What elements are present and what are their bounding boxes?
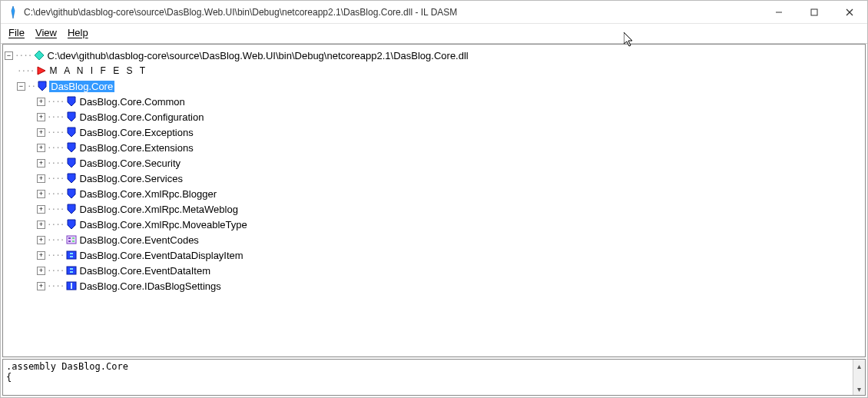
tree-root-label: C:\dev\github\dasblog-core\source\DasBlo…	[46, 50, 470, 61]
tree-root[interactable]: − ···· C:\dev\github\dasblog-core\source…	[5, 48, 863, 63]
svg-rect-16	[71, 283, 72, 289]
tree-item[interactable]: +····DasBlog.Core.Exceptions	[5, 124, 863, 140]
scroll-down-icon[interactable]: ▾	[853, 383, 865, 395]
expander-icon[interactable]: −	[17, 82, 25, 91]
tree-item[interactable]: +····DasBlog.Core.EventDataItem	[5, 263, 863, 278]
menu-file[interactable]: File	[8, 27, 25, 38]
shield-icon	[66, 96, 77, 107]
manifest-label: M A N I F E S T	[48, 65, 149, 76]
tree-item[interactable]: +····DasBlog.Core.Security	[5, 155, 863, 171]
expander-icon[interactable]: +	[37, 251, 45, 260]
svg-rect-14	[70, 271, 73, 273]
expander-icon[interactable]: +	[37, 205, 45, 214]
tree-item[interactable]: +····DasBlog.Core.XmlRpc.MoveableType	[5, 217, 863, 232]
tree-item[interactable]: +····DasBlog.Core.Services	[5, 171, 863, 186]
titlebar: C:\dev\github\dasblog-core\source\DasBlo…	[1, 1, 867, 24]
tree-item-label: DasBlog.Core.XmlRpc.MetaWeblog	[78, 204, 240, 215]
svg-rect-6	[68, 240, 71, 242]
svg-rect-10	[70, 253, 73, 254]
tree-item-label: DasBlog.Core.Services	[78, 173, 184, 184]
shield-icon	[66, 219, 77, 230]
manifest-icon	[36, 65, 47, 76]
expander-icon[interactable]: +	[37, 267, 45, 275]
enum-icon	[66, 234, 77, 245]
shield-icon	[66, 142, 77, 153]
class-icon	[66, 250, 77, 260]
assembly-label: DasBlog.Core	[49, 81, 114, 92]
svg-rect-1	[811, 9, 817, 15]
shield-icon	[66, 173, 77, 184]
expander-icon[interactable]: +	[37, 282, 45, 290]
tree-pane[interactable]: − ···· C:\dev\github\dasblog-core\source…	[2, 44, 866, 357]
shield-icon	[66, 158, 77, 168]
tree-item[interactable]: +····DasBlog.Core.EventCodes	[5, 232, 863, 247]
tree-item-label: DasBlog.Core.Exceptions	[78, 127, 195, 138]
tree-item-label: DasBlog.Core.Security	[78, 158, 183, 169]
expander-icon[interactable]: +	[37, 144, 45, 152]
tree-item[interactable]: +····DasBlog.Core.Common	[5, 94, 863, 109]
tree-item-label: DasBlog.Core.Extensions	[78, 142, 195, 154]
svg-rect-7	[72, 237, 75, 239]
detail-pane: .assembly DasBlog.Core { ▴ ▾	[2, 359, 866, 396]
expander-icon[interactable]: +	[37, 174, 45, 183]
tree-item[interactable]: +····DasBlog.Core.IDasBlogSettings	[5, 278, 863, 294]
tree-item-label: DasBlog.Core.EventCodes	[78, 234, 200, 246]
shield-icon	[66, 111, 77, 122]
close-button[interactable]	[832, 1, 867, 23]
expander-icon[interactable]: +	[37, 98, 45, 106]
assembly-root-icon	[34, 50, 45, 61]
svg-rect-12	[67, 267, 76, 274]
namespace-icon	[37, 81, 48, 91]
shield-icon	[66, 204, 77, 214]
shield-icon	[66, 188, 77, 199]
expander-icon[interactable]: +	[37, 159, 45, 167]
tree-item-label: DasBlog.Core.XmlRpc.MoveableType	[78, 219, 249, 231]
menu-view[interactable]: View	[35, 27, 57, 38]
detail-text[interactable]: .assembly DasBlog.Core {	[3, 360, 853, 395]
tree-item-label: DasBlog.Core.Configuration	[78, 111, 206, 123]
tree-item[interactable]: +····DasBlog.Core.EventDataDisplayItem	[5, 247, 863, 263]
svg-rect-5	[68, 237, 71, 239]
shield-icon	[66, 127, 77, 138]
tree-item-label: DasBlog.Core.XmlRpc.Blogger	[78, 188, 218, 200]
scroll-up-icon[interactable]: ▴	[853, 360, 865, 372]
menubar: File View Help	[1, 24, 867, 44]
window-title: C:\dev\github\dasblog-core\source\DasBlo…	[24, 7, 761, 18]
detail-scrollbar[interactable]: ▴ ▾	[853, 360, 865, 395]
svg-rect-13	[70, 268, 73, 270]
window-controls	[761, 1, 867, 23]
svg-rect-11	[70, 256, 73, 257]
minimize-button[interactable]	[761, 1, 797, 23]
class-icon	[66, 265, 77, 276]
tree-item-label: DasBlog.Core.EventDataItem	[78, 265, 213, 277]
tree-item[interactable]: +····DasBlog.Core.Extensions	[5, 140, 863, 155]
tree-item[interactable]: +····DasBlog.Core.XmlRpc.Blogger	[5, 186, 863, 201]
tree-item[interactable]: +····DasBlog.Core.Configuration	[5, 109, 863, 124]
menu-help[interactable]: Help	[68, 27, 88, 38]
expander-icon[interactable]: +	[37, 128, 45, 137]
svg-rect-9	[67, 251, 76, 259]
maximize-button[interactable]	[797, 1, 832, 23]
app-icon	[7, 6, 19, 18]
expander-icon[interactable]: −	[5, 51, 13, 60]
expander-icon[interactable]: +	[37, 113, 45, 121]
expander-icon[interactable]: +	[37, 190, 45, 198]
tree-item-label: DasBlog.Core.EventDataDisplayItem	[78, 250, 245, 261]
expander-icon[interactable]: +	[37, 236, 45, 244]
tree-assembly[interactable]: − ·· DasBlog.Core	[5, 78, 863, 94]
svg-rect-4	[67, 236, 76, 244]
tree-item-label: DasBlog.Core.Common	[78, 96, 187, 108]
svg-rect-8	[72, 240, 75, 242]
interface-icon	[66, 280, 77, 291]
tree-manifest[interactable]: ···· M A N I F E S T	[5, 63, 863, 78]
tree-item[interactable]: +····DasBlog.Core.XmlRpc.MetaWeblog	[5, 201, 863, 217]
tree-item-label: DasBlog.Core.IDasBlogSettings	[78, 280, 223, 292]
expander-icon[interactable]: +	[37, 221, 45, 229]
